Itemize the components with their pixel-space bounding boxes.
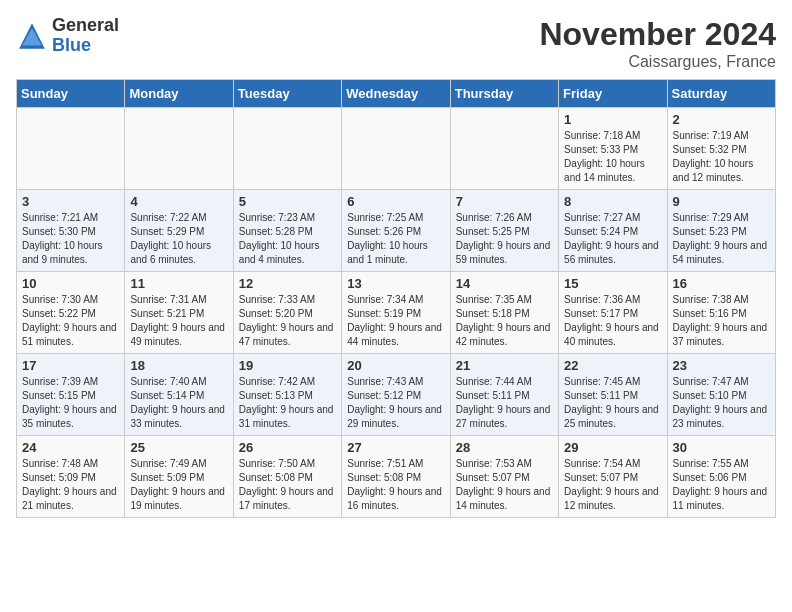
- day-info: Sunrise: 7:27 AM Sunset: 5:24 PM Dayligh…: [564, 211, 661, 267]
- calendar-week-row: 24Sunrise: 7:48 AM Sunset: 5:09 PM Dayli…: [17, 436, 776, 518]
- calendar-cell: 14Sunrise: 7:35 AM Sunset: 5:18 PM Dayli…: [450, 272, 558, 354]
- day-info: Sunrise: 7:48 AM Sunset: 5:09 PM Dayligh…: [22, 457, 119, 513]
- page-header: General Blue November 2024 Caissargues, …: [16, 16, 776, 71]
- calendar-cell: 11Sunrise: 7:31 AM Sunset: 5:21 PM Dayli…: [125, 272, 233, 354]
- day-number: 8: [564, 194, 661, 209]
- day-number: 11: [130, 276, 227, 291]
- calendar-cell: 19Sunrise: 7:42 AM Sunset: 5:13 PM Dayli…: [233, 354, 341, 436]
- calendar-cell: 27Sunrise: 7:51 AM Sunset: 5:08 PM Dayli…: [342, 436, 450, 518]
- calendar-cell: 26Sunrise: 7:50 AM Sunset: 5:08 PM Dayli…: [233, 436, 341, 518]
- calendar-cell: 16Sunrise: 7:38 AM Sunset: 5:16 PM Dayli…: [667, 272, 775, 354]
- calendar-cell: 9Sunrise: 7:29 AM Sunset: 5:23 PM Daylig…: [667, 190, 775, 272]
- day-info: Sunrise: 7:33 AM Sunset: 5:20 PM Dayligh…: [239, 293, 336, 349]
- day-number: 20: [347, 358, 444, 373]
- weekday-header-wednesday: Wednesday: [342, 80, 450, 108]
- calendar-cell: 1Sunrise: 7:18 AM Sunset: 5:33 PM Daylig…: [559, 108, 667, 190]
- weekday-header-thursday: Thursday: [450, 80, 558, 108]
- day-info: Sunrise: 7:50 AM Sunset: 5:08 PM Dayligh…: [239, 457, 336, 513]
- day-number: 16: [673, 276, 770, 291]
- calendar-cell: 10Sunrise: 7:30 AM Sunset: 5:22 PM Dayli…: [17, 272, 125, 354]
- day-info: Sunrise: 7:39 AM Sunset: 5:15 PM Dayligh…: [22, 375, 119, 431]
- day-number: 14: [456, 276, 553, 291]
- day-info: Sunrise: 7:51 AM Sunset: 5:08 PM Dayligh…: [347, 457, 444, 513]
- calendar-cell: 5Sunrise: 7:23 AM Sunset: 5:28 PM Daylig…: [233, 190, 341, 272]
- title-block: November 2024 Caissargues, France: [539, 16, 776, 71]
- day-number: 24: [22, 440, 119, 455]
- logo-text: General Blue: [52, 16, 119, 56]
- calendar-cell: 6Sunrise: 7:25 AM Sunset: 5:26 PM Daylig…: [342, 190, 450, 272]
- calendar-cell: 22Sunrise: 7:45 AM Sunset: 5:11 PM Dayli…: [559, 354, 667, 436]
- day-number: 17: [22, 358, 119, 373]
- day-info: Sunrise: 7:38 AM Sunset: 5:16 PM Dayligh…: [673, 293, 770, 349]
- day-info: Sunrise: 7:45 AM Sunset: 5:11 PM Dayligh…: [564, 375, 661, 431]
- weekday-header-monday: Monday: [125, 80, 233, 108]
- calendar-cell: 29Sunrise: 7:54 AM Sunset: 5:07 PM Dayli…: [559, 436, 667, 518]
- day-info: Sunrise: 7:26 AM Sunset: 5:25 PM Dayligh…: [456, 211, 553, 267]
- calendar-cell: [17, 108, 125, 190]
- day-number: 22: [564, 358, 661, 373]
- calendar-cell: 17Sunrise: 7:39 AM Sunset: 5:15 PM Dayli…: [17, 354, 125, 436]
- day-number: 18: [130, 358, 227, 373]
- day-info: Sunrise: 7:34 AM Sunset: 5:19 PM Dayligh…: [347, 293, 444, 349]
- calendar-cell: 3Sunrise: 7:21 AM Sunset: 5:30 PM Daylig…: [17, 190, 125, 272]
- day-number: 25: [130, 440, 227, 455]
- day-number: 19: [239, 358, 336, 373]
- day-number: 1: [564, 112, 661, 127]
- day-number: 5: [239, 194, 336, 209]
- day-info: Sunrise: 7:55 AM Sunset: 5:06 PM Dayligh…: [673, 457, 770, 513]
- calendar-cell: [342, 108, 450, 190]
- day-info: Sunrise: 7:49 AM Sunset: 5:09 PM Dayligh…: [130, 457, 227, 513]
- day-info: Sunrise: 7:47 AM Sunset: 5:10 PM Dayligh…: [673, 375, 770, 431]
- day-number: 27: [347, 440, 444, 455]
- weekday-header-saturday: Saturday: [667, 80, 775, 108]
- day-info: Sunrise: 7:44 AM Sunset: 5:11 PM Dayligh…: [456, 375, 553, 431]
- calendar-cell: 21Sunrise: 7:44 AM Sunset: 5:11 PM Dayli…: [450, 354, 558, 436]
- calendar-cell: 23Sunrise: 7:47 AM Sunset: 5:10 PM Dayli…: [667, 354, 775, 436]
- day-number: 7: [456, 194, 553, 209]
- calendar-cell: 28Sunrise: 7:53 AM Sunset: 5:07 PM Dayli…: [450, 436, 558, 518]
- calendar-week-row: 3Sunrise: 7:21 AM Sunset: 5:30 PM Daylig…: [17, 190, 776, 272]
- calendar-cell: [233, 108, 341, 190]
- calendar-cell: 15Sunrise: 7:36 AM Sunset: 5:17 PM Dayli…: [559, 272, 667, 354]
- calendar-cell: [450, 108, 558, 190]
- day-number: 10: [22, 276, 119, 291]
- day-number: 6: [347, 194, 444, 209]
- day-number: 12: [239, 276, 336, 291]
- calendar-cell: 2Sunrise: 7:19 AM Sunset: 5:32 PM Daylig…: [667, 108, 775, 190]
- day-number: 28: [456, 440, 553, 455]
- day-number: 15: [564, 276, 661, 291]
- day-info: Sunrise: 7:36 AM Sunset: 5:17 PM Dayligh…: [564, 293, 661, 349]
- calendar-week-row: 10Sunrise: 7:30 AM Sunset: 5:22 PM Dayli…: [17, 272, 776, 354]
- day-info: Sunrise: 7:22 AM Sunset: 5:29 PM Dayligh…: [130, 211, 227, 267]
- calendar-cell: 4Sunrise: 7:22 AM Sunset: 5:29 PM Daylig…: [125, 190, 233, 272]
- day-info: Sunrise: 7:25 AM Sunset: 5:26 PM Dayligh…: [347, 211, 444, 267]
- location: Caissargues, France: [539, 53, 776, 71]
- calendar-cell: 20Sunrise: 7:43 AM Sunset: 5:12 PM Dayli…: [342, 354, 450, 436]
- day-number: 21: [456, 358, 553, 373]
- weekday-header-friday: Friday: [559, 80, 667, 108]
- day-info: Sunrise: 7:31 AM Sunset: 5:21 PM Dayligh…: [130, 293, 227, 349]
- day-info: Sunrise: 7:42 AM Sunset: 5:13 PM Dayligh…: [239, 375, 336, 431]
- day-info: Sunrise: 7:23 AM Sunset: 5:28 PM Dayligh…: [239, 211, 336, 267]
- logo: General Blue: [16, 16, 119, 56]
- calendar-cell: 24Sunrise: 7:48 AM Sunset: 5:09 PM Dayli…: [17, 436, 125, 518]
- day-info: Sunrise: 7:35 AM Sunset: 5:18 PM Dayligh…: [456, 293, 553, 349]
- calendar-cell: [125, 108, 233, 190]
- calendar-table: SundayMondayTuesdayWednesdayThursdayFrid…: [16, 79, 776, 518]
- day-number: 26: [239, 440, 336, 455]
- day-info: Sunrise: 7:54 AM Sunset: 5:07 PM Dayligh…: [564, 457, 661, 513]
- day-number: 29: [564, 440, 661, 455]
- weekday-header-sunday: Sunday: [17, 80, 125, 108]
- calendar-cell: 18Sunrise: 7:40 AM Sunset: 5:14 PM Dayli…: [125, 354, 233, 436]
- day-info: Sunrise: 7:30 AM Sunset: 5:22 PM Dayligh…: [22, 293, 119, 349]
- day-number: 30: [673, 440, 770, 455]
- calendar-week-row: 1Sunrise: 7:18 AM Sunset: 5:33 PM Daylig…: [17, 108, 776, 190]
- day-info: Sunrise: 7:29 AM Sunset: 5:23 PM Dayligh…: [673, 211, 770, 267]
- day-number: 13: [347, 276, 444, 291]
- day-info: Sunrise: 7:53 AM Sunset: 5:07 PM Dayligh…: [456, 457, 553, 513]
- calendar-week-row: 17Sunrise: 7:39 AM Sunset: 5:15 PM Dayli…: [17, 354, 776, 436]
- weekday-header-tuesday: Tuesday: [233, 80, 341, 108]
- calendar-cell: 30Sunrise: 7:55 AM Sunset: 5:06 PM Dayli…: [667, 436, 775, 518]
- logo-icon: [16, 20, 48, 52]
- day-info: Sunrise: 7:21 AM Sunset: 5:30 PM Dayligh…: [22, 211, 119, 267]
